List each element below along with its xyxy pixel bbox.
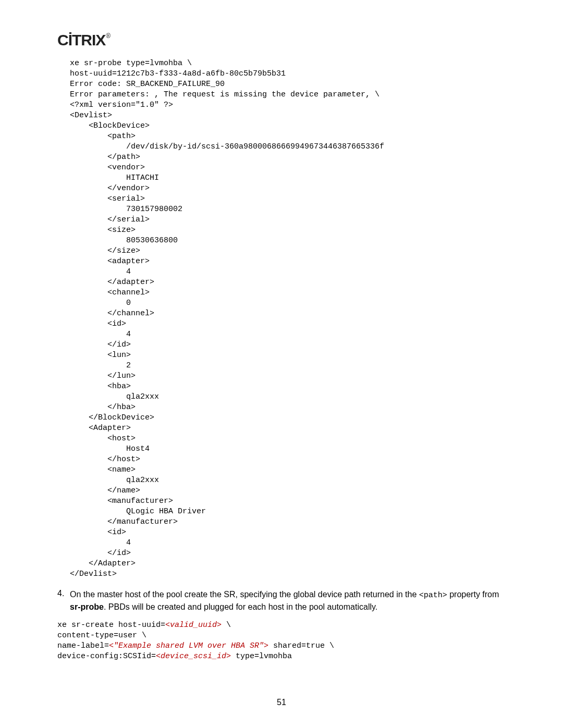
page-number: 51	[0, 698, 563, 707]
step-number: 4.	[57, 589, 70, 613]
step-text-1: On the master host of the pool create th…	[70, 590, 419, 599]
step-4: 4. On the master host of the pool create…	[57, 589, 506, 613]
step-body: On the master host of the pool create th…	[70, 589, 506, 613]
c2-l3c: shared=true \	[268, 641, 334, 650]
c2-l2: content-type=user \	[57, 631, 146, 640]
logo-text: CİTRIX	[57, 31, 105, 48]
c2-l1b: <valid_uuid>	[165, 621, 222, 630]
c2-l1a: xe sr-create host-uuid=	[57, 621, 165, 630]
c2-l4a: device-config:SCSIid=	[57, 652, 156, 661]
step-text-3: . PBDs will be created and plugged for e…	[104, 602, 377, 611]
c2-l1c: \	[222, 621, 231, 630]
logo-registered: ®	[106, 32, 110, 40]
c2-l3a: name-label=	[57, 641, 109, 650]
sr-probe-bold: sr-probe	[70, 602, 104, 611]
sr-create-command: xe sr-create host-uuid=<valid_uuid> \ co…	[57, 620, 506, 662]
path-tag: <path>	[419, 591, 447, 600]
c2-l4b: <device_scsi_id>	[156, 652, 231, 661]
c2-l4c: type=lvmohba	[231, 652, 292, 661]
step-text-2: property from	[447, 590, 499, 599]
sr-probe-output: xe sr-probe type=lvmohba \ host-uuid=121…	[70, 58, 506, 579]
citrix-logo: CİTRIX®	[57, 31, 506, 49]
c2-l3b: <"Example shared LVM over HBA SR">	[109, 641, 268, 650]
